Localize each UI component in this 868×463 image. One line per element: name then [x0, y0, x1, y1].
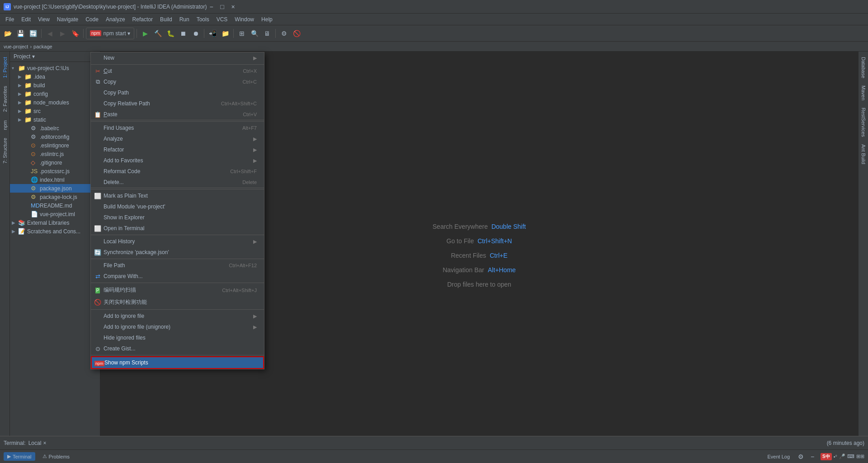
ctx-paste[interactable]: 📋 Paste Ctrl+V: [91, 109, 264, 120]
refresh-button[interactable]: 🔄: [27, 28, 39, 39]
tree-eslintrc[interactable]: ⊙ .eslintrc.js: [10, 150, 100, 158]
tree-package-json[interactable]: ⚙ package.json: [10, 184, 100, 193]
ctx-copy-path[interactable]: Copy Path: [91, 87, 264, 98]
gear-icon-button[interactable]: ⚙: [796, 452, 805, 461]
tree-config[interactable]: ▶ 📁 config: [10, 90, 100, 98]
open-file-button[interactable]: 📂: [2, 28, 14, 39]
npm-start-button[interactable]: npm npm start ▾: [86, 28, 134, 39]
preferences-button[interactable]: 🚫: [291, 28, 302, 39]
close-button[interactable]: ×: [228, 3, 237, 11]
ctx-reformat-code[interactable]: Reformat Code Ctrl+Shift+F: [91, 166, 264, 177]
menu-file[interactable]: File: [2, 15, 18, 24]
ctx-hide-ignored[interactable]: Hide ignored files: [91, 332, 264, 343]
right-tab-database[interactable]: Database: [860, 53, 867, 82]
debug-button[interactable]: 🐛: [165, 28, 176, 39]
tree-gitignore[interactable]: ◇ .gitignore: [10, 158, 100, 167]
sidebar-tab-structure[interactable]: 7: Structure: [1, 134, 9, 167]
menu-analyze[interactable]: Analyze: [102, 15, 129, 24]
event-log-button[interactable]: Event Log: [765, 453, 793, 460]
save-button[interactable]: 💾: [14, 28, 26, 39]
ctx-code-scan[interactable]: P 编码规约扫描 Ctrl+Alt+Shift+J: [91, 284, 264, 296]
tree-eslintignore[interactable]: ⊙ .eslintignore: [10, 141, 100, 150]
ctx-create-gist[interactable]: ⊙ Create Gist...: [91, 343, 264, 354]
ctx-close-realtime[interactable]: 🚫 关闭实时检测功能: [91, 296, 264, 308]
menu-window[interactable]: Window: [231, 15, 258, 24]
menu-edit[interactable]: Edit: [18, 15, 34, 24]
layout-button[interactable]: ⊞: [236, 28, 248, 39]
back-button[interactable]: ◀: [44, 28, 56, 39]
ctx-build-module[interactable]: Build Module 'vue-project': [91, 201, 264, 212]
stop-button[interactable]: ⏹: [177, 28, 189, 39]
sidebar-tab-project[interactable]: 1: Project: [1, 53, 9, 81]
ctx-file-path[interactable]: File Path Ctrl+Alt+F12: [91, 260, 264, 271]
right-tab-rest-services[interactable]: RestServices: [860, 104, 867, 141]
right-tab-maven[interactable]: Maven: [860, 82, 867, 104]
maximize-button[interactable]: □: [217, 3, 226, 11]
navigate-button[interactable]: 🔖: [69, 28, 81, 39]
status-problems-tab[interactable]: ⚠ Problems: [39, 452, 73, 461]
tree-idea[interactable]: ▶ 📁 .idea: [10, 72, 100, 81]
tree-src[interactable]: ▶ 📁 src: [10, 107, 100, 115]
tree-readme[interactable]: MD README.md: [10, 201, 100, 210]
menu-navigate[interactable]: Navigate: [53, 15, 82, 24]
run-button[interactable]: ▶: [139, 28, 151, 39]
tree-node-modules[interactable]: ▶ 📁 node_modules: [10, 98, 100, 107]
forward-button[interactable]: ▶: [57, 28, 68, 39]
sync-button[interactable]: 📲: [207, 28, 218, 39]
right-tab-ant-build[interactable]: Ant Build: [860, 141, 867, 168]
ctx-refactor[interactable]: Refactor ▶: [91, 144, 264, 155]
menu-run[interactable]: Run: [176, 15, 193, 24]
tree-postcssrc[interactable]: JS .postcssrc.js: [10, 167, 100, 175]
tree-external-libraries[interactable]: ▶ 📚 External Libraries: [10, 218, 100, 227]
ctx-cut[interactable]: ✂ Cut Ctrl+X: [91, 66, 264, 76]
ctx-copy[interactable]: ⧉ Copy Ctrl+C: [91, 76, 264, 87]
tree-static[interactable]: ▶ 📁 static: [10, 115, 100, 124]
status-terminal-tab[interactable]: ▶ Terminal: [4, 452, 35, 461]
vcs-button[interactable]: 📁: [219, 28, 231, 39]
ctx-show-npm-scripts[interactable]: npm Show npm Scripts: [91, 356, 264, 369]
menu-code[interactable]: Code: [82, 15, 102, 24]
ctx-show-in-explorer[interactable]: Show in Explorer: [91, 212, 264, 223]
menu-vcs[interactable]: VCS: [213, 15, 231, 24]
menu-build[interactable]: Build: [156, 15, 176, 24]
menu-refactor[interactable]: Refactor: [129, 15, 156, 24]
ctx-mark-plain-text[interactable]: ⬜ Mark as Plain Text: [91, 190, 264, 201]
local-close-icon[interactable]: ×: [43, 440, 46, 446]
project-dropdown-icon[interactable]: ▾: [32, 53, 35, 60]
tree-editorconfig[interactable]: ⚙ .editorconfig: [10, 132, 100, 141]
ctx-add-to-ignore-unignore[interactable]: Add to ignore file (unignore) ▶: [91, 321, 264, 332]
ctx-analyze[interactable]: Analyze ▶: [91, 133, 264, 144]
stop2-button[interactable]: ⏺: [190, 28, 202, 39]
menu-help[interactable]: Help: [258, 15, 276, 24]
ctx-compare-with[interactable]: ⇄ Compare With...: [91, 271, 264, 282]
settings-button[interactable]: ⚙: [278, 28, 290, 39]
tree-package-lock[interactable]: ⚙ package-lock.js: [10, 193, 100, 201]
sidebar-tab-npm[interactable]: npm: [1, 117, 9, 133]
tree-build[interactable]: ▶ 📁 build: [10, 81, 100, 90]
tree-root[interactable]: ▾ 📁 vue-project C:\Us: [10, 64, 100, 72]
ctx-local-history[interactable]: Local History ▶: [91, 236, 264, 247]
ctx-open-in-terminal[interactable]: ⬜ Open in Terminal: [91, 223, 264, 234]
sidebar-tab-favorites[interactable]: 2: Favorites: [1, 82, 9, 115]
menu-tools[interactable]: Tools: [193, 15, 213, 24]
menu-view[interactable]: View: [34, 15, 53, 24]
ctx-new[interactable]: New ▶: [91, 52, 264, 63]
minimize-button[interactable]: −: [207, 3, 216, 11]
ctx-delete[interactable]: Delete... Delete: [91, 177, 264, 188]
left-sidebar-tabs: 1: Project 2: Favorites npm 7: Structure: [0, 52, 10, 459]
tree-scratches[interactable]: ▶ 📝 Scratches and Cons...: [10, 227, 100, 236]
breadcrumb-project[interactable]: vue-project: [4, 44, 28, 49]
tree-index-html[interactable]: 🌐 index.html: [10, 175, 100, 184]
local-tab[interactable]: Local: [28, 440, 42, 446]
build-button[interactable]: 🔨: [152, 28, 164, 39]
ctx-copy-relative-path[interactable]: Copy Relative Path Ctrl+Alt+Shift+C: [91, 98, 264, 109]
ctx-synchronize[interactable]: 🔄 Synchronize 'package.json': [91, 247, 264, 258]
minimize-panel-button[interactable]: −: [808, 452, 817, 461]
search-everywhere-button[interactable]: 🔍: [249, 28, 260, 39]
tree-vue-project-iml[interactable]: 📄 vue-project.iml: [10, 210, 100, 218]
ctx-add-to-favorites[interactable]: Add to Favorites ▶: [91, 155, 264, 166]
ctx-find-usages[interactable]: Find Usages Alt+F7: [91, 123, 264, 133]
tree-babelrc[interactable]: ⚙ .babelrc: [10, 124, 100, 132]
ctx-add-to-ignore[interactable]: Add to ignore file ▶: [91, 311, 264, 321]
remote-button[interactable]: 🖥: [261, 28, 273, 39]
